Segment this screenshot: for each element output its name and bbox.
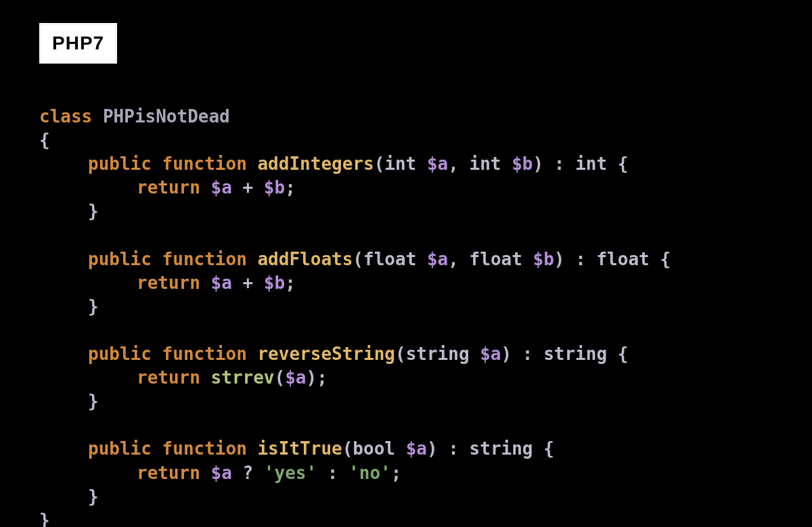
param-type: string xyxy=(406,344,470,364)
keyword-public: public xyxy=(88,438,152,459)
keyword-class: class xyxy=(39,106,92,127)
lparen: ( xyxy=(342,438,353,459)
colon: : xyxy=(575,249,586,269)
ternary-colon: : xyxy=(328,463,338,483)
keyword-function: function xyxy=(162,154,247,174)
fn-open-brace: { xyxy=(660,249,671,269)
colon: : xyxy=(554,154,565,174)
keyword-return: return xyxy=(137,367,200,388)
keyword-function: function xyxy=(162,438,247,459)
fn-reversestring: reverseString xyxy=(257,344,395,364)
class-name: PHPisNotDead xyxy=(103,106,230,127)
keyword-public: public xyxy=(88,249,152,269)
rparen: ) xyxy=(427,438,438,459)
param-type: int xyxy=(384,154,416,174)
param-var: $b xyxy=(533,249,554,269)
keyword-function: function xyxy=(162,249,247,269)
class-close-brace: } xyxy=(39,510,50,527)
param-var: $a xyxy=(406,438,427,459)
colon: : xyxy=(522,344,533,364)
return-type: int xyxy=(575,154,607,174)
lparen: ( xyxy=(374,154,385,174)
param-var: $b xyxy=(512,154,533,174)
var-a: $a xyxy=(211,273,232,293)
fn-addintegers: addIntegers xyxy=(257,154,374,174)
keyword-return: return xyxy=(137,273,200,293)
semicolon: ; xyxy=(285,273,296,293)
ternary-question: ? xyxy=(243,463,254,483)
string-no: 'no' xyxy=(348,463,391,483)
fn-addfloats: addFloats xyxy=(257,249,353,269)
keyword-public: public xyxy=(88,344,152,364)
fn-open-brace: { xyxy=(618,344,629,364)
fn-close-brace: } xyxy=(88,201,99,221)
lparen: ( xyxy=(275,367,286,388)
comma: , xyxy=(448,154,459,174)
return-type: string xyxy=(543,344,607,364)
param-type: float xyxy=(363,249,416,269)
fn-close-brace: } xyxy=(88,296,99,317)
keyword-public: public xyxy=(88,154,152,174)
param-var: $a xyxy=(427,249,448,269)
rparen: ) xyxy=(306,367,317,388)
var-a: $a xyxy=(211,177,232,198)
keyword-function: function xyxy=(162,344,247,364)
rparen: ) xyxy=(533,154,544,174)
lparen: ( xyxy=(395,344,406,364)
code-block: class PHPisNotDead { public function add… xyxy=(39,81,671,527)
param-var: $a xyxy=(427,154,448,174)
logo-text: PHP7 xyxy=(52,32,104,53)
param-type: float xyxy=(470,249,522,269)
php7-logo: PHP7 xyxy=(38,22,118,65)
semicolon: ; xyxy=(391,463,402,483)
class-open-brace: { xyxy=(39,130,50,150)
fn-open-brace: { xyxy=(618,154,629,174)
var-b: $b xyxy=(264,273,285,293)
semicolon: ; xyxy=(317,367,328,388)
lparen: ( xyxy=(353,249,363,269)
keyword-return: return xyxy=(137,463,200,483)
return-type: float xyxy=(596,249,649,269)
ternary-var: $a xyxy=(211,463,232,483)
call-arg: $a xyxy=(285,367,306,388)
operator-plus: + xyxy=(243,177,254,198)
fn-isittrue: isItTrue xyxy=(257,438,342,459)
colon: : xyxy=(448,438,459,459)
param-var: $a xyxy=(480,344,501,364)
rparen: ) xyxy=(554,249,565,269)
fn-call-strrev: strrev xyxy=(211,367,275,388)
semicolon: ; xyxy=(285,177,296,198)
var-b: $b xyxy=(264,177,285,198)
rparen: ) xyxy=(501,344,512,364)
return-type: string xyxy=(470,438,533,459)
param-type: bool xyxy=(353,438,395,459)
fn-close-brace: } xyxy=(88,391,99,411)
string-yes: 'yes' xyxy=(264,463,317,483)
operator-plus: + xyxy=(243,273,254,293)
comma: , xyxy=(448,249,459,269)
keyword-return: return xyxy=(137,177,200,198)
param-type: int xyxy=(470,154,501,174)
fn-open-brace: { xyxy=(543,438,554,459)
fn-close-brace: } xyxy=(88,486,99,507)
